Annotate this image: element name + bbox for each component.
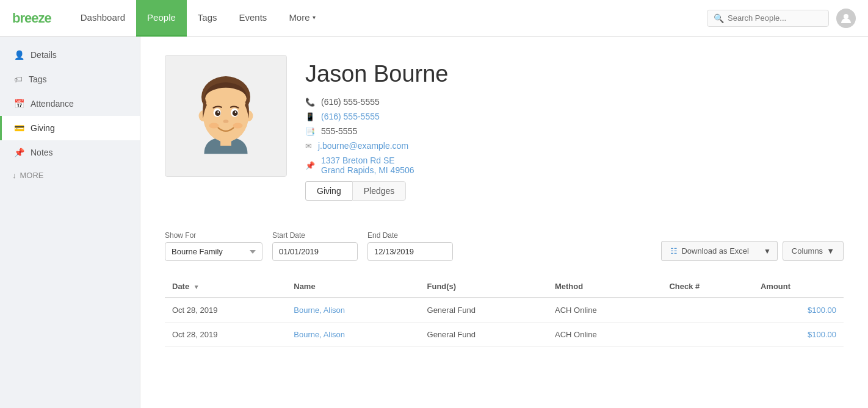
cell-check [662, 323, 753, 347]
excel-icon: ☷ [670, 246, 678, 256]
email-link[interactable]: j.bourne@example.com [318, 141, 408, 151]
contact-email: ✉ j.bourne@example.com [305, 141, 844, 151]
address-link[interactable]: 1337 Breton Rd SE Grand Rapids, MI 49506 [321, 156, 414, 175]
nav-items: Dashboard People Tags Events More ▾ [70, 0, 707, 37]
sidebar-item-details[interactable]: 👤 Details [0, 43, 140, 67]
svg-point-8 [215, 110, 220, 116]
svg-point-11 [235, 111, 237, 113]
cell-name: Bourne, Alison [286, 323, 419, 347]
columns-caret-icon: ▼ [826, 246, 834, 256]
filters-row: Show For Bourne Family Jason Bourne Star… [165, 231, 844, 261]
profile-info: Jason Bourne 📞 (616) 555-5555 📱 (616) 55… [305, 55, 844, 213]
start-date-label: Start Date [272, 231, 358, 240]
cell-name: Bourne, Alison [286, 298, 419, 323]
action-buttons: ☷ Download as Excel ▼ Columns ▼ [661, 241, 844, 261]
show-for-label: Show For [165, 231, 262, 240]
main-content: Jason Bourne 📞 (616) 555-5555 📱 (616) 55… [140, 37, 868, 408]
topnav: breeze Dashboard People Tags Events More… [0, 0, 868, 37]
sidebar: 👤 Details 🏷 Tags 📅 Attendance 💳 Giving 📌… [0, 37, 140, 408]
cell-date: Oct 28, 2019 [165, 323, 286, 347]
profile-name: Jason Bourne [305, 61, 844, 87]
nav-item-dashboard[interactable]: Dashboard [70, 0, 136, 37]
nav-item-tags[interactable]: Tags [187, 0, 228, 37]
tab-giving[interactable]: Giving [305, 181, 352, 201]
name-link[interactable]: Bourne, Alison [294, 306, 345, 315]
cell-amount: $100.00 [753, 323, 844, 347]
contact-fax: 📑 555-5555 [305, 126, 844, 136]
svg-point-0 [844, 14, 848, 19]
show-for-filter: Show For Bourne Family Jason Bourne [165, 231, 262, 261]
phone-mobile-link[interactable]: (616) 555-5555 [321, 112, 380, 121]
col-check[interactable]: Check # [662, 276, 753, 298]
more-caret-icon: ▾ [313, 14, 316, 21]
col-date[interactable]: Date ▼ [165, 276, 286, 298]
mobile-icon: 📱 [305, 112, 315, 121]
svg-point-12 [223, 120, 229, 123]
table-row: Oct 28, 2019 Bourne, Alison General Fund… [165, 323, 844, 347]
sidebar-item-attendance[interactable]: 📅 Attendance [0, 91, 140, 116]
search-input[interactable] [728, 13, 822, 23]
nav-item-more[interactable]: More ▾ [278, 0, 326, 37]
svg-point-3 [205, 88, 247, 110]
end-date-label: End Date [367, 231, 453, 240]
nav-right: 🔍 [707, 9, 856, 28]
giving-section: Show For Bourne Family Jason Bourne Star… [140, 231, 868, 371]
avatar[interactable] [836, 9, 856, 28]
col-amount[interactable]: Amount [753, 276, 844, 298]
start-date-input[interactable] [272, 242, 358, 261]
cell-funds: General Fund [420, 298, 548, 323]
end-date-filter: End Date [367, 231, 453, 261]
table-row: Oct 28, 2019 Bourne, Alison General Fund… [165, 298, 844, 323]
location-icon: 📌 [305, 161, 315, 170]
nav-item-events[interactable]: Events [228, 0, 278, 37]
contact-phone-home: 📞 (616) 555-5555 [305, 97, 844, 107]
app-logo[interactable]: breeze [12, 10, 51, 26]
show-for-select[interactable]: Bourne Family Jason Bourne [165, 242, 262, 261]
email-icon: ✉ [305, 141, 312, 151]
paperclip-icon: 📌 [14, 148, 24, 157]
svg-point-14 [233, 123, 243, 129]
search-box[interactable]: 🔍 [707, 10, 829, 27]
credit-card-icon: 💳 [14, 123, 24, 133]
fax-icon: 📑 [305, 127, 315, 136]
cell-date: Oct 28, 2019 [165, 298, 286, 323]
nav-item-people[interactable]: People [136, 0, 187, 37]
contact-address: 📌 1337 Breton Rd SE Grand Rapids, MI 495… [305, 156, 844, 175]
phone-icon: 📞 [305, 98, 315, 107]
sidebar-item-tags[interactable]: 🏷 Tags [0, 67, 140, 91]
sort-icon: ▼ [193, 284, 200, 290]
sidebar-item-notes[interactable]: 📌 Notes [0, 140, 140, 165]
calendar-icon: 📅 [14, 99, 24, 109]
layout: 👤 Details 🏷 Tags 📅 Attendance 💳 Giving 📌… [0, 37, 868, 408]
profile-photo [165, 55, 287, 177]
cell-funds: General Fund [420, 323, 548, 347]
table-body: Oct 28, 2019 Bourne, Alison General Fund… [165, 298, 844, 347]
chevron-down-icon: ↓ [12, 171, 16, 180]
end-date-input[interactable] [367, 242, 453, 261]
download-excel-button[interactable]: ☷ Download as Excel [661, 241, 758, 261]
sidebar-more[interactable]: ↓ MORE [0, 165, 140, 186]
chevron-down-icon: ▼ [764, 247, 771, 256]
start-date-filter: Start Date [272, 231, 358, 261]
giving-table: Date ▼ Name Fund(s) Method [165, 276, 844, 347]
cell-amount: $100.00 [753, 298, 844, 323]
svg-point-9 [233, 110, 238, 116]
person-icon: 👤 [14, 50, 24, 60]
col-funds[interactable]: Fund(s) [420, 276, 548, 298]
columns-button[interactable]: Columns ▼ [783, 241, 844, 261]
giving-tabs: Giving Pledges [305, 181, 844, 201]
excel-dropdown-button[interactable]: ▼ [758, 241, 778, 261]
profile-header: Jason Bourne 📞 (616) 555-5555 📱 (616) 55… [140, 37, 868, 231]
tab-pledges[interactable]: Pledges [352, 181, 407, 201]
name-link[interactable]: Bourne, Alison [294, 330, 345, 339]
contact-phone-mobile: 📱 (616) 555-5555 [305, 112, 844, 121]
col-name[interactable]: Name [286, 276, 419, 298]
tag-icon: 🏷 [14, 74, 23, 84]
table-header: Date ▼ Name Fund(s) Method [165, 276, 844, 298]
col-method[interactable]: Method [548, 276, 662, 298]
svg-rect-15 [220, 138, 231, 146]
search-icon: 🔍 [714, 13, 724, 23]
cell-check [662, 298, 753, 323]
cell-method: ACH Online [548, 298, 662, 323]
sidebar-item-giving[interactable]: 💳 Giving [0, 116, 140, 140]
